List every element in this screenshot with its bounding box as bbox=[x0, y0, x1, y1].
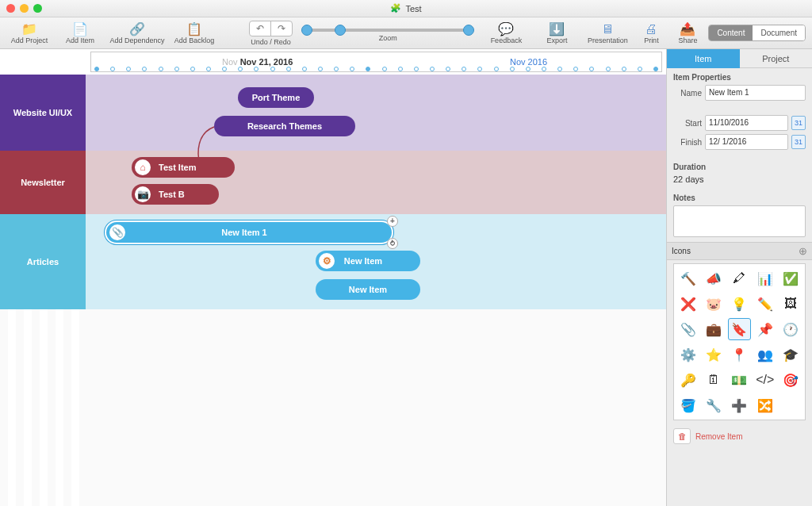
redo-button[interactable]: ↷ bbox=[271, 21, 292, 36]
icon-choice[interactable]: ✅ bbox=[779, 267, 802, 289]
icon-choice[interactable]: ⭐ bbox=[703, 343, 725, 366]
duration-section: Duration 22 days bbox=[667, 158, 812, 189]
remove-item-row: 🗑 Remove Item bbox=[673, 428, 806, 444]
icon-choice[interactable]: 🕐 bbox=[779, 318, 802, 340]
icon-choice[interactable]: 🔧 bbox=[703, 394, 725, 416]
finish-input[interactable]: 12/ 1/2016 bbox=[705, 134, 788, 150]
zoom-slider[interactable] bbox=[304, 29, 471, 32]
item-research-themes[interactable]: Research Themes bbox=[214, 116, 355, 136]
icon-choice[interactable]: 🗓 bbox=[703, 369, 725, 391]
notes-input[interactable] bbox=[673, 205, 806, 237]
icon-choice[interactable]: 🖍 bbox=[728, 267, 750, 289]
print-button[interactable]: 🖨Print bbox=[635, 19, 667, 48]
notes-label: Notes bbox=[673, 194, 806, 202]
document-view-button[interactable]: Document bbox=[753, 25, 805, 40]
finish-calendar-icon[interactable]: 31 bbox=[791, 135, 806, 149]
lane-label-articles[interactable]: Articles bbox=[0, 214, 86, 309]
share-icon: 📤 bbox=[680, 22, 695, 36]
gear-icon: ⚙ bbox=[319, 253, 335, 269]
timeline-month-label: Nov 2016 bbox=[510, 57, 547, 67]
icon-choice[interactable]: 💼 bbox=[703, 318, 725, 340]
icon-choice[interactable]: 🔑 bbox=[677, 369, 699, 391]
lane-empty-area[interactable] bbox=[86, 309, 666, 506]
add-backlog-icon: 📋 bbox=[186, 22, 202, 36]
feedback-icon: 💬 bbox=[498, 22, 514, 36]
item-test-item[interactable]: ⌂ Test Item bbox=[132, 157, 235, 178]
export-button[interactable]: ⬇️Export bbox=[534, 19, 580, 48]
icon-choice[interactable]: </> bbox=[754, 369, 776, 391]
zoom-current-knob[interactable] bbox=[335, 25, 346, 36]
undo-redo-group: ↶ ↷ Undo / Redo bbox=[249, 21, 293, 46]
icon-choice[interactable]: ✏️ bbox=[754, 293, 776, 315]
tab-project[interactable]: Project bbox=[740, 49, 813, 68]
icon-choice[interactable]: 🔨 bbox=[677, 267, 699, 289]
icon-choice[interactable]: ❌ bbox=[677, 293, 699, 315]
name-label: Name bbox=[673, 89, 702, 98]
link-handle-icon[interactable]: ⥁ bbox=[387, 238, 398, 249]
icon-choice[interactable]: 🎓 bbox=[779, 343, 802, 366]
add-icon-button[interactable]: ⊕ bbox=[799, 245, 807, 257]
section-title-props: Item Properties bbox=[673, 73, 806, 82]
close-window-button[interactable] bbox=[6, 4, 15, 13]
icon-choice[interactable]: 🖼 bbox=[779, 293, 802, 315]
add-item-button[interactable]: 📄Add Item bbox=[57, 19, 103, 48]
icon-choice[interactable]: 💵 bbox=[728, 369, 750, 391]
share-button[interactable]: 📤Share bbox=[672, 19, 703, 48]
item-new-item-a[interactable]: ⚙ New Item bbox=[316, 251, 420, 271]
timeline-header[interactable]: Nov Nov 21, 2016 Nov 2016 bbox=[90, 52, 662, 72]
zoom-min-knob[interactable] bbox=[301, 25, 312, 36]
icon-choice[interactable]: ⚙️ bbox=[677, 343, 699, 366]
timeline-ticks bbox=[91, 67, 661, 73]
add-project-button[interactable]: 📁Add Project bbox=[6, 19, 52, 48]
icon-choice[interactable]: 📍 bbox=[728, 343, 750, 366]
maximize-window-button[interactable] bbox=[33, 4, 42, 13]
tab-item[interactable]: Item bbox=[667, 49, 740, 68]
icon-choice[interactable]: 🎯 bbox=[779, 369, 802, 391]
lane-label-newsletter[interactable]: Newsletter bbox=[0, 151, 86, 214]
start-calendar-icon[interactable]: 31 bbox=[791, 116, 806, 130]
print-icon: 🖨 bbox=[645, 22, 657, 36]
sidebar-tabs: Item Project bbox=[667, 49, 812, 68]
add-dependency-button[interactable]: 🔗Add Dependency bbox=[108, 19, 167, 48]
icon-choice[interactable]: 🔖 bbox=[728, 318, 750, 340]
item-new-item-b[interactable]: New Item bbox=[316, 279, 420, 300]
icon-choice[interactable]: ➕ bbox=[728, 394, 750, 416]
feedback-button[interactable]: 💬Feedback bbox=[483, 19, 529, 48]
lane-label-website[interactable]: Website UI/UX bbox=[0, 75, 86, 151]
lane-bg-website[interactable] bbox=[86, 75, 666, 151]
presentation-icon: 🖥 bbox=[601, 22, 614, 36]
app-icon: 🧩 bbox=[390, 3, 401, 13]
name-input[interactable]: New Item 1 bbox=[705, 85, 806, 101]
presentation-button[interactable]: 🖥Presentation bbox=[584, 19, 630, 48]
icon-choice[interactable]: 🔀 bbox=[754, 394, 776, 416]
item-new-item-1[interactable]: 📎 New Item 1 + ⥁ bbox=[106, 222, 392, 243]
undo-button[interactable]: ↶ bbox=[250, 21, 271, 36]
icon-choice[interactable]: 📊 bbox=[754, 267, 776, 289]
icon-choice[interactable]: 📣 bbox=[703, 267, 725, 289]
item-test-b[interactable]: 📷 Test B bbox=[132, 184, 219, 205]
remove-item-button[interactable]: Remove Item bbox=[695, 432, 742, 441]
item-properties-section: Item Properties Name New Item 1 Start 11… bbox=[667, 68, 812, 158]
finish-label: Finish bbox=[673, 138, 702, 147]
expand-handle-icon[interactable]: + bbox=[387, 216, 398, 227]
icon-choice[interactable]: 🐷 bbox=[703, 293, 725, 315]
icon-choice[interactable]: 💡 bbox=[728, 293, 750, 315]
icons-label: Icons bbox=[672, 247, 691, 255]
icon-choice[interactable]: 🪣 bbox=[677, 394, 699, 416]
notes-section: Notes bbox=[667, 189, 812, 242]
minimize-window-button[interactable] bbox=[20, 4, 29, 13]
duration-label: Duration bbox=[673, 163, 806, 171]
properties-sidebar: Item Project Item Properties Name New It… bbox=[666, 49, 812, 506]
trash-icon[interactable]: 🗑 bbox=[673, 428, 691, 444]
duration-input[interactable]: 22 days bbox=[673, 174, 806, 184]
start-input[interactable]: 11/10/2016 bbox=[705, 115, 788, 131]
zoom-max-knob[interactable] bbox=[463, 25, 474, 36]
icon-choice[interactable]: 📌 bbox=[754, 318, 776, 340]
item-port-theme[interactable]: Port Theme bbox=[238, 87, 314, 108]
zoom-control: Zoom bbox=[293, 24, 483, 42]
icon-choice[interactable]: 👥 bbox=[754, 343, 776, 366]
content-view-button[interactable]: Content bbox=[709, 25, 753, 40]
icon-choice[interactable]: 📎 bbox=[677, 318, 699, 340]
timeline-canvas[interactable]: Nov Nov 21, 2016 Nov 2016 Website UI/UX … bbox=[0, 49, 666, 506]
add-backlog-button[interactable]: 📋Add Backlog bbox=[171, 19, 217, 48]
